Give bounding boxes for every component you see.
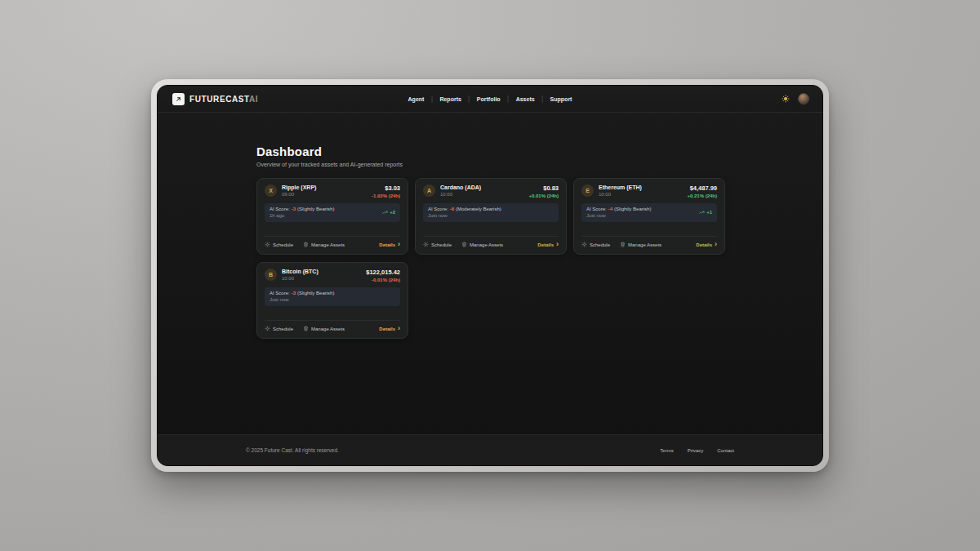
asset-card-ripple: X Ripple (XRP) 09:00 $3.03 -1.93% (24h) bbox=[256, 178, 408, 255]
gear-icon bbox=[265, 242, 270, 247]
asset-change: +0.01% (24h) bbox=[528, 193, 559, 198]
app-window: FUTURECASTAI Agent Reports Portfolio Ass… bbox=[151, 79, 829, 472]
footer-link-contact[interactable]: Contact bbox=[717, 448, 734, 453]
trash-icon bbox=[303, 242, 309, 247]
ai-sentiment: (Slightly Bearish) bbox=[297, 291, 334, 295]
desktop-background: FUTURECASTAI Agent Reports Portfolio Ass… bbox=[0, 0, 980, 551]
user-avatar[interactable] bbox=[798, 93, 809, 104]
asset-time: 09:00 bbox=[282, 192, 316, 197]
trend-up-icon bbox=[699, 210, 705, 216]
ai-score-panel: AI Score:-6(Moderately Bearish) Just now bbox=[423, 203, 559, 222]
ai-score-label: AI Score: bbox=[586, 207, 607, 211]
card-header: A Cardano (ADA) 10:00 $0.83 +0.01% (24h) bbox=[423, 184, 559, 198]
chevron-right-icon: › bbox=[715, 242, 717, 247]
nav-divider bbox=[542, 96, 543, 103]
asset-card-cardano: A Cardano (ADA) 10:00 $0.83 +0.01% (24h) bbox=[415, 178, 567, 255]
schedule-button[interactable]: Schedule bbox=[423, 242, 452, 247]
card-actions: Schedule Manage Assets Details› bbox=[423, 236, 559, 247]
footer-link-terms[interactable]: Terms bbox=[660, 448, 673, 453]
asset-price: $0.83 bbox=[528, 184, 559, 192]
brand-name: FUTURECASTAI bbox=[189, 95, 258, 104]
manage-assets-button[interactable]: Manage Assets bbox=[303, 242, 345, 247]
manage-assets-button[interactable]: Manage Assets bbox=[620, 242, 662, 247]
ai-sentiment: (Slightly Bearish) bbox=[297, 207, 334, 211]
card-header: X Ripple (XRP) 09:00 $3.03 -1.93% (24h) bbox=[265, 184, 400, 198]
details-button[interactable]: Details› bbox=[379, 242, 400, 247]
arrow-up-right-logo-icon bbox=[172, 93, 185, 105]
chevron-right-icon: › bbox=[556, 242, 559, 247]
chevron-right-icon: › bbox=[398, 327, 400, 331]
schedule-button[interactable]: Schedule bbox=[581, 242, 610, 247]
schedule-button[interactable]: Schedule bbox=[265, 242, 293, 247]
card-actions: Schedule Manage Assets Details› bbox=[265, 236, 400, 247]
copyright: © 2025 Future Cast. All rights reserved. bbox=[246, 447, 339, 453]
card-header: B Bitcoin (BTC) 10:00 $122,015.42 -0.01%… bbox=[265, 269, 400, 282]
manage-assets-button[interactable]: Manage Assets bbox=[461, 242, 503, 247]
ai-score-value: -6 bbox=[450, 207, 454, 211]
gear-icon bbox=[265, 326, 270, 331]
asset-name: Bitcoin (BTC) bbox=[282, 269, 318, 274]
ai-score-label: AI Score: bbox=[270, 291, 290, 295]
asset-price: $4,487.99 bbox=[687, 184, 717, 192]
asset-name: Ethereum (ETH) bbox=[599, 184, 642, 190]
gear-icon bbox=[581, 242, 587, 247]
main-nav: Agent Reports Portfolio Assets Support bbox=[408, 86, 572, 112]
main-content: Dashboard Overview of your tracked asset… bbox=[158, 113, 822, 434]
ai-updated: Just now bbox=[428, 213, 501, 218]
gear-icon bbox=[423, 242, 429, 247]
page-title: Dashboard bbox=[256, 144, 822, 158]
card-header: E Ethereum (ETH) 10:00 $4,487.99 +0.21% … bbox=[581, 184, 717, 198]
nav-item-reports[interactable]: Reports bbox=[439, 96, 461, 102]
ai-score-panel: AI Score:-3(Slightly Bearish) Just now bbox=[265, 287, 400, 306]
details-button[interactable]: Details› bbox=[696, 242, 717, 247]
page-subtitle: Overview of your tracked assets and AI-g… bbox=[256, 162, 822, 167]
trend-badge: +1 bbox=[699, 210, 712, 216]
ai-updated: Just now bbox=[270, 297, 334, 302]
asset-card-bitcoin: B Bitcoin (BTC) 10:00 $122,015.42 -0.01%… bbox=[256, 262, 408, 339]
footer-links: Terms Privacy Contact bbox=[660, 448, 734, 453]
nav-item-portfolio[interactable]: Portfolio bbox=[477, 96, 501, 102]
asset-change: -1.93% (24h) bbox=[372, 193, 400, 198]
brand-logo[interactable]: FUTURECASTAI bbox=[172, 93, 258, 105]
asset-name: Ripple (XRP) bbox=[282, 184, 316, 190]
asset-price: $3.03 bbox=[372, 184, 400, 192]
footer-link-privacy[interactable]: Privacy bbox=[688, 448, 704, 453]
ai-sentiment: (Slightly Bearish) bbox=[614, 207, 651, 211]
asset-initial-badge: E bbox=[581, 184, 594, 197]
trend-badge: +2 bbox=[382, 210, 395, 216]
asset-card-ethereum: E Ethereum (ETH) 10:00 $4,487.99 +0.21% … bbox=[573, 178, 725, 255]
ai-score-panel: AI Score:-4(Slightly Bearish) Just now +… bbox=[581, 203, 717, 222]
asset-time: 10:00 bbox=[440, 192, 481, 197]
nav-item-assets[interactable]: Assets bbox=[516, 96, 535, 102]
card-actions: Schedule Manage Assets Details› bbox=[581, 236, 717, 247]
chevron-right-icon: › bbox=[398, 242, 400, 247]
asset-time: 10:00 bbox=[599, 192, 642, 197]
asset-change: +0.21% (24h) bbox=[687, 193, 717, 198]
card-actions: Schedule Manage Assets Details› bbox=[265, 320, 400, 331]
details-button[interactable]: Details› bbox=[379, 327, 400, 331]
asset-change: -0.01% (24h) bbox=[366, 278, 400, 282]
theme-toggle-sun-icon[interactable] bbox=[782, 95, 790, 103]
asset-price: $122,015.42 bbox=[366, 269, 400, 276]
app-header: FUTURECASTAI Agent Reports Portfolio Ass… bbox=[158, 86, 822, 113]
asset-name: Cardano (ADA) bbox=[440, 184, 481, 190]
ai-updated: 1h ago bbox=[270, 213, 334, 218]
trash-icon bbox=[461, 242, 467, 247]
header-actions bbox=[782, 93, 809, 104]
trend-up-icon bbox=[382, 210, 388, 216]
nav-item-support[interactable]: Support bbox=[550, 96, 572, 102]
asset-initial-badge: A bbox=[423, 184, 435, 197]
manage-assets-button[interactable]: Manage Assets bbox=[303, 326, 345, 331]
asset-initial-badge: B bbox=[265, 269, 277, 281]
ai-score-panel: AI Score:-3(Slightly Bearish) 1h ago +2 bbox=[265, 203, 400, 222]
schedule-button[interactable]: Schedule bbox=[265, 326, 293, 331]
app-screen: FUTURECASTAI Agent Reports Portfolio Ass… bbox=[157, 85, 823, 466]
asset-initial-badge: X bbox=[265, 184, 277, 197]
ai-score-label: AI Score: bbox=[270, 207, 290, 211]
trash-icon bbox=[303, 326, 309, 331]
details-button[interactable]: Details› bbox=[537, 242, 559, 247]
ai-sentiment: (Moderately Bearish) bbox=[456, 207, 501, 211]
nav-item-agent[interactable]: Agent bbox=[408, 96, 425, 102]
app-footer: © 2025 Future Cast. All rights reserved.… bbox=[158, 434, 822, 465]
trash-icon bbox=[620, 242, 626, 247]
